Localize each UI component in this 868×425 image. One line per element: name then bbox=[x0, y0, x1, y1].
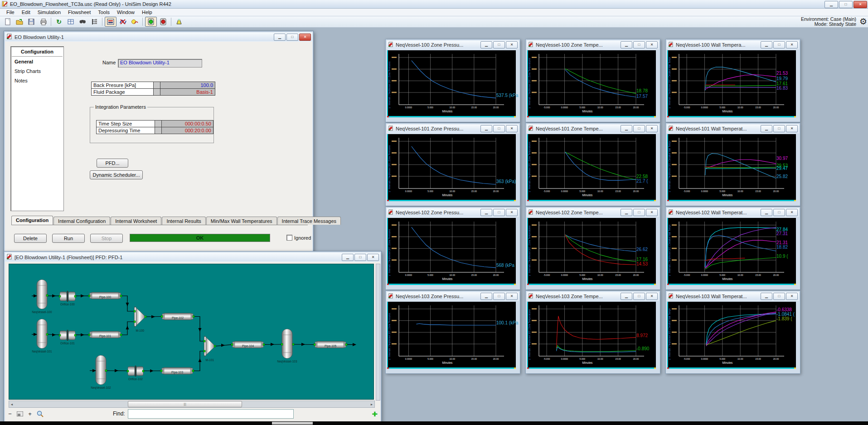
pfd-titlebar[interactable]: [EO Blowdown Utility-1 (Flowsheet)] PFD:… bbox=[5, 252, 380, 262]
table-row[interactable]: Depressuring Time000:20:0.00 bbox=[97, 127, 213, 134]
chart-bottom-scrollbar[interactable] bbox=[527, 284, 656, 285]
param-value[interactable]: 000:20:0.00 bbox=[161, 127, 213, 134]
chart-restore-button[interactable]: □ bbox=[633, 125, 645, 132]
menu-item-window[interactable]: Window bbox=[113, 9, 138, 15]
chart-close-button[interactable]: ✕ bbox=[786, 125, 798, 132]
chart-bottom-scrollbar[interactable] bbox=[667, 367, 796, 369]
tab-internal-trace-messages[interactable]: Internal Trace Messages bbox=[277, 217, 341, 225]
name-field[interactable]: EO Blowdown Utility-1 bbox=[118, 59, 202, 68]
chart-titlebar[interactable]: NeqVessel-100 Zone Tempe...▁□✕ bbox=[527, 40, 659, 49]
chart-close-button[interactable]: ✕ bbox=[646, 125, 658, 132]
fit-view-button[interactable] bbox=[15, 409, 25, 418]
chart-bottom-scrollbar[interactable] bbox=[667, 200, 796, 201]
chart-minimize-button[interactable]: ▁ bbox=[480, 41, 492, 48]
pfd-scrollbar-thumb[interactable]: ||| bbox=[128, 401, 242, 407]
chart-restore-button[interactable]: □ bbox=[633, 209, 645, 216]
chart-restore-button[interactable]: □ bbox=[493, 293, 505, 300]
taskbar-item[interactable] bbox=[272, 422, 313, 425]
chart-bottom-scrollbar[interactable] bbox=[387, 116, 516, 117]
chart-titlebar[interactable]: NeqVessel-101 Wall Temperat...▁□✕ bbox=[667, 124, 799, 133]
steady-state-mode-icon[interactable] bbox=[105, 17, 116, 27]
nav-item-strip-charts[interactable]: Strip Charts bbox=[11, 66, 63, 76]
param-value[interactable]: 000:00:0.50 bbox=[161, 121, 213, 127]
chart-close-button[interactable]: ✕ bbox=[646, 209, 658, 216]
chart-minimize-button[interactable]: ▁ bbox=[761, 41, 772, 48]
chart-restore-button[interactable]: □ bbox=[493, 125, 505, 132]
utility-maximize-button[interactable]: □ bbox=[286, 34, 298, 41]
menu-item-edit[interactable]: Edit bbox=[18, 9, 34, 15]
magnifier-icon[interactable] bbox=[35, 409, 45, 418]
parameter-table[interactable]: Back Presure [kPa]100.0Fluid PackageBasi… bbox=[91, 82, 215, 96]
app-titlebar[interactable]: EO_Blowdown_Flowsheet_TC3a.usc (Read Onl… bbox=[0, 0, 868, 9]
chart-restore-button[interactable]: □ bbox=[633, 41, 645, 48]
chart-left-scrollbar[interactable] bbox=[387, 134, 388, 200]
chart-close-button[interactable]: ✕ bbox=[786, 209, 798, 216]
chart-close-button[interactable]: ✕ bbox=[506, 41, 518, 48]
param-value[interactable]: 100.0 bbox=[160, 82, 215, 89]
delete-button[interactable]: Delete bbox=[14, 234, 47, 243]
chart-minimize-button[interactable]: ▁ bbox=[621, 293, 632, 300]
chart-minimize-button[interactable]: ▁ bbox=[621, 125, 632, 132]
nav-item-general[interactable]: General bbox=[11, 57, 63, 66]
solver-active-icon[interactable] bbox=[145, 17, 157, 27]
add-object-button[interactable]: + bbox=[372, 409, 378, 420]
pfd-node-m-101[interactable] bbox=[204, 336, 215, 357]
run-button[interactable]: Run bbox=[52, 234, 85, 243]
utility-titlebar[interactable]: EO Blowdown Utility-1 ▁ □ ✕ bbox=[5, 32, 312, 42]
chart-left-scrollbar[interactable] bbox=[667, 218, 668, 284]
chart-minimize-button[interactable]: ▁ bbox=[621, 41, 632, 48]
menu-item-simulation[interactable]: Simulation bbox=[34, 9, 64, 15]
chart-restore-button[interactable]: □ bbox=[493, 41, 505, 48]
chart-bottom-scrollbar[interactable] bbox=[527, 367, 656, 369]
dynamics-mode-icon[interactable] bbox=[117, 17, 128, 26]
chart-titlebar[interactable]: NeqVessel-101 Zone Tempe...▁□✕ bbox=[527, 124, 659, 133]
chart-titlebar[interactable]: NeqVessel-100 Zone Pressu...▁□✕ bbox=[387, 40, 519, 49]
chart-close-button[interactable]: ✕ bbox=[506, 125, 518, 132]
nav-item-notes[interactable]: Notes bbox=[11, 76, 63, 85]
param-value[interactable]: Basis-1 bbox=[160, 89, 215, 96]
dynamics-assistant-icon[interactable] bbox=[129, 17, 140, 26]
chart-titlebar[interactable]: NeqVessel-100 Wall Tempera...▁□✕ bbox=[667, 40, 799, 49]
chart-minimize-button[interactable]: ▁ bbox=[761, 293, 772, 300]
tab-internal-results[interactable]: Internal Results bbox=[162, 217, 205, 225]
pfd-node-orifice-101[interactable] bbox=[60, 330, 75, 341]
chart-left-scrollbar[interactable] bbox=[527, 134, 528, 200]
chart-bottom-scrollbar[interactable] bbox=[527, 116, 656, 117]
chart-close-button[interactable]: ✕ bbox=[646, 293, 658, 300]
chart-bottom-scrollbar[interactable] bbox=[387, 200, 516, 201]
chart-restore-button[interactable]: □ bbox=[773, 41, 785, 48]
chart-left-scrollbar[interactable] bbox=[527, 50, 528, 116]
chart-bottom-scrollbar[interactable] bbox=[667, 284, 796, 285]
recycle-icon[interactable]: ↻ bbox=[53, 17, 64, 26]
pfd-node-neqvessel-100[interactable] bbox=[37, 280, 47, 309]
scroll-left-icon[interactable]: ◄ bbox=[9, 403, 15, 406]
chart-titlebar[interactable]: NeqVessel-101 Zone Pressu...▁□✕ bbox=[387, 124, 519, 133]
chart-left-scrollbar[interactable] bbox=[387, 302, 388, 367]
pfd-node-m-100[interactable] bbox=[134, 306, 145, 327]
chart-restore-button[interactable]: □ bbox=[773, 209, 785, 216]
pfd-restore-button[interactable]: □ bbox=[354, 254, 366, 261]
print-icon[interactable] bbox=[38, 17, 48, 26]
chart-close-button[interactable]: ✕ bbox=[646, 41, 658, 48]
pfd-node-orifice-100[interactable] bbox=[60, 291, 75, 302]
tab-min/max-wall-temperatures[interactable]: Min/Max Wall Temperatures bbox=[206, 217, 277, 225]
chart-minimize-button[interactable]: ▁ bbox=[480, 293, 492, 300]
chart-restore-button[interactable]: □ bbox=[773, 125, 785, 132]
pfd-button[interactable]: PFD... bbox=[97, 159, 128, 168]
pfd-node-orifice-102[interactable] bbox=[128, 366, 143, 377]
zoom-in-button[interactable]: + bbox=[25, 409, 35, 418]
ignored-checkbox[interactable] bbox=[286, 235, 292, 241]
pfd-horizontal-scrollbar[interactable]: ◄ ||| ► bbox=[9, 401, 375, 408]
table-row[interactable]: Time Step Size000:00:0.50 bbox=[97, 121, 213, 127]
pfd-vertical-scrollbar[interactable] bbox=[376, 264, 380, 401]
solver-holding-icon[interactable] bbox=[158, 17, 169, 26]
menu-item-help[interactable]: Help bbox=[138, 9, 156, 15]
save-case-icon[interactable] bbox=[26, 17, 37, 26]
gear-icon[interactable]: ⚙ bbox=[859, 16, 867, 27]
chart-left-scrollbar[interactable] bbox=[667, 134, 668, 200]
chart-minimize-button[interactable]: ▁ bbox=[480, 125, 492, 132]
chart-titlebar[interactable]: NeqVessel-103 Wall Temperat...▁□✕ bbox=[667, 292, 799, 301]
new-case-icon[interactable] bbox=[2, 17, 13, 26]
chart-bottom-scrollbar[interactable] bbox=[387, 367, 516, 369]
chart-bottom-scrollbar[interactable] bbox=[387, 284, 516, 285]
